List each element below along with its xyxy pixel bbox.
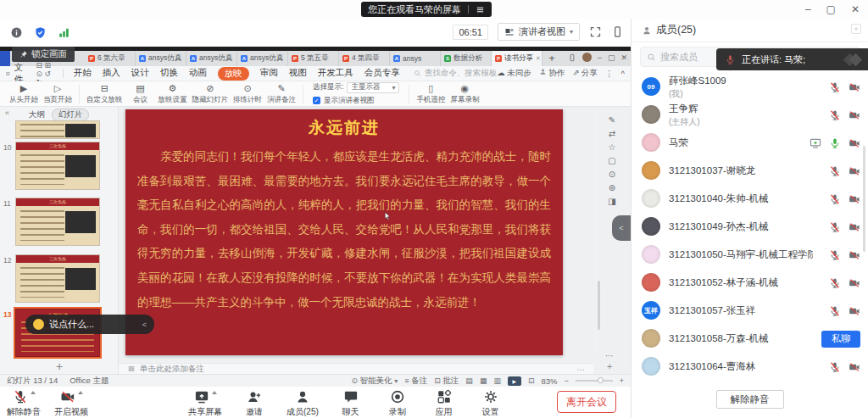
member-row[interactable]: 3121301037-谢晓龙 — [632, 157, 868, 185]
scrollbar-track[interactable] — [595, 107, 599, 353]
scrollbar-thumb[interactable] — [598, 281, 600, 330]
ribbon-tool[interactable]: ✎演讲备注 — [267, 83, 296, 105]
ribbon-tab-item[interactable]: 会员专享 — [364, 67, 400, 81]
close-tab-icon[interactable]: ✕ — [536, 55, 541, 62]
add-slide-button[interactable]: + — [0, 359, 119, 373]
ribbon-tool[interactable]: ▷当页开始 — [43, 83, 72, 105]
slide-thumbnail[interactable]: 三次负伤 — [15, 254, 100, 303]
toolbar-record-button[interactable]: 录制 — [383, 389, 412, 418]
browser-tab[interactable]: S 数据分析 — [441, 51, 492, 66]
zoom-slider[interactable] — [576, 380, 613, 382]
member-row[interactable]: 3121301052-林子涵-机械 — [632, 269, 868, 297]
collapse-ribbon-icon[interactable]: ^ — [621, 69, 625, 78]
emoji-icon[interactable] — [33, 319, 44, 330]
zoom-out-button[interactable]: − — [564, 376, 568, 385]
network-signal-icon[interactable] — [58, 26, 70, 39]
chevron-up-icon[interactable] — [212, 391, 217, 394]
lock-screen-button[interactable]: 锁定画面 — [12, 47, 75, 62]
rail-icon[interactable]: ▢ — [606, 156, 618, 165]
ribbon-tool[interactable]: ▶从头开始 — [9, 83, 38, 105]
presenter-view-checkbox[interactable]: ✓显示演讲者视图 — [313, 96, 399, 106]
banner-menu-icon[interactable] — [476, 5, 485, 14]
new-tab-button[interactable]: + — [542, 51, 561, 66]
member-row[interactable]: 玉祥 3121301057-张玉祥 — [632, 297, 868, 325]
rail-icon[interactable]: ◨ — [606, 197, 618, 206]
shared-close-icon[interactable]: ✕ — [620, 53, 627, 62]
tab-outline[interactable]: 大纲 — [29, 109, 45, 120]
collapse-toast-icon[interactable]: < — [142, 320, 147, 329]
ribbon-tool[interactable]: ▤会议 — [128, 83, 153, 105]
slide-thumbnail[interactable] — [15, 120, 100, 139]
unmute-button[interactable]: 解除静音 — [716, 390, 784, 409]
beautify-button[interactable]: ⊙ 智能美化 ▾ — [351, 376, 398, 387]
collapse-panel-icon[interactable]: « — [5, 109, 9, 117]
view-reading-icon[interactable]: ▥ — [493, 376, 501, 385]
play-slideshow-button[interactable]: ▶ — [508, 376, 521, 386]
member-row[interactable]: 09 薛张峰S1009 (我) — [632, 73, 868, 101]
side-panel-icon[interactable] — [611, 25, 624, 38]
toolbar-apps-button[interactable]: 应用 — [430, 389, 459, 418]
rail-plus-icon[interactable]: + — [607, 361, 612, 371]
slide-thumbnail[interactable]: 三次负伤 — [15, 198, 100, 246]
minimize-button[interactable]: – — [805, 3, 811, 15]
browser-tab[interactable]: P 4 第四章 — [339, 51, 390, 66]
member-row[interactable]: 3121301040-朱帅-机械 — [632, 185, 868, 213]
ribbon-tab-item[interactable]: 开始 — [74, 67, 92, 81]
member-row[interactable]: 3121301049-孙杰-机械 — [632, 213, 868, 241]
account-avatar[interactable] — [582, 53, 592, 62]
ribbon-tab-item[interactable]: 切换 — [160, 67, 178, 81]
close-button[interactable]: ✕ — [851, 3, 860, 15]
ribbon-tool[interactable]: ⊙排练计时 — [233, 83, 262, 105]
ribbon-action[interactable]: ⇗ 分享 — [572, 68, 598, 79]
maximize-button[interactable]: ▢ — [826, 3, 836, 15]
toolbar-mic-off-button[interactable]: 解除静音 — [7, 389, 41, 418]
members-menu-icon[interactable] — [851, 24, 861, 34]
meeting-info-icon[interactable] — [10, 26, 23, 39]
comments-toggle[interactable]: ⊡ 批注 — [434, 376, 459, 387]
ribbon-tool[interactable]: ⊟自定义放映 — [86, 83, 123, 105]
ribbon-tab-item[interactable]: 动画 — [189, 67, 207, 81]
rail-more-icon[interactable]: ⋯ — [605, 351, 614, 360]
private-chat-button[interactable]: 私聊 — [821, 331, 860, 348]
view-normal-icon[interactable]: ▤ — [465, 376, 473, 385]
browser-tab[interactable]: A ansys仿真 — [237, 51, 288, 66]
notes-bar[interactable]: 单击此处添加备注 ⋯ — [119, 363, 593, 374]
member-row[interactable]: 3121301050-马翔宇-机械工程学院 — [632, 241, 868, 269]
rail-icon[interactable]: ⊙ — [606, 170, 618, 179]
ribbon-tab-item[interactable]: 设计 — [131, 67, 149, 81]
leave-meeting-button[interactable]: 离开会议 — [557, 391, 616, 413]
more-icon[interactable]: ⋮ — [605, 69, 614, 78]
ribbon-tool[interactable]: ▯手机遥控 — [416, 83, 445, 105]
chevron-up-icon[interactable] — [78, 391, 83, 394]
chevron-up-icon[interactable] — [31, 391, 36, 394]
toolbar-share-button[interactable]: 共享屏幕 — [188, 389, 222, 418]
member-row[interactable]: 马荣 — [632, 129, 868, 157]
view-mode-select[interactable]: 演讲者视图 ▾ — [498, 23, 580, 41]
ribbon-tab-item[interactable]: 插入 — [103, 67, 120, 81]
member-row[interactable]: 3121301064-曹海林 — [632, 353, 868, 381]
collapsed-panel-tab[interactable]: < — [612, 215, 631, 241]
tab-slides[interactable]: 幻灯片 — [52, 109, 90, 121]
ribbon-tool[interactable]: ⚙放映设置 — [159, 83, 187, 105]
ribbon-search[interactable]: 查找命令、搜索模板 — [414, 68, 498, 79]
fit-slide-icon[interactable]: ⊡ — [528, 376, 535, 385]
tab-panel-icon[interactable] — [568, 53, 576, 62]
ribbon-action[interactable]: ☁ 未同步 — [497, 68, 531, 79]
ribbon-tab-item[interactable]: 审阅 — [260, 67, 278, 81]
toolbar-members-button[interactable]: 成员(25) — [287, 389, 319, 418]
slide-thumbnail[interactable]: 三次负伤 — [15, 142, 100, 190]
zoom-slider-knob[interactable] — [598, 377, 604, 383]
toolbar-cam-off-button[interactable]: 开启视频 — [54, 389, 88, 418]
members-scrollbar[interactable] — [863, 146, 865, 252]
browser-tab[interactable]: A ansys — [390, 51, 441, 66]
toolbar-chat-button[interactable]: 聊天 — [337, 389, 365, 418]
rail-icon[interactable]: ✎ — [606, 115, 618, 125]
toolbar-gear-button[interactable]: 设置 — [476, 389, 505, 418]
rail-icon[interactable]: ⊛ — [606, 183, 618, 192]
ribbon-tool[interactable]: ◉屏幕录制 — [450, 83, 479, 105]
shared-maximize-icon[interactable]: ▢ — [608, 53, 615, 62]
ribbon-tab-active[interactable]: 放映 — [218, 67, 249, 81]
fullscreen-icon[interactable] — [589, 25, 602, 38]
notes-toggle[interactable]: ≡ 备注 — [404, 376, 427, 387]
browser-tab[interactable]: P 6 第六章 — [85, 51, 136, 66]
